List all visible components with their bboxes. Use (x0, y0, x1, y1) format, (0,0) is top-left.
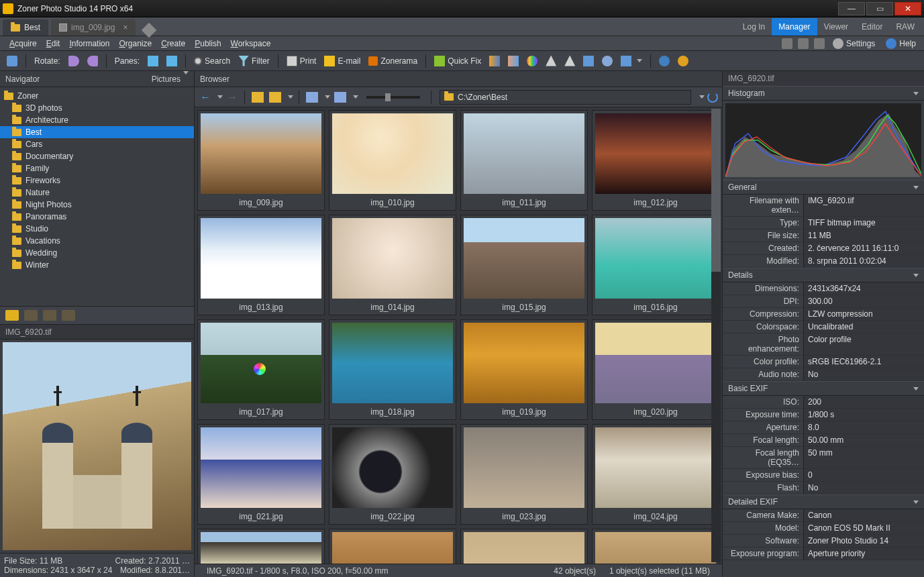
pane2-button[interactable] (164, 54, 180, 68)
nav-forward-button[interactable]: → (225, 91, 239, 103)
menu-information[interactable]: Information (65, 38, 113, 50)
preview-pane[interactable] (0, 339, 194, 553)
thumbnail[interactable]: img_021.jpg (197, 424, 325, 525)
section-header-details[interactable]: Details (723, 268, 924, 282)
tree-item[interactable]: 3D photos (0, 102, 194, 114)
navigator-mode-dropdown[interactable]: Pictures (152, 74, 189, 84)
web-icon[interactable] (814, 38, 825, 49)
thumbnail[interactable]: img_024.jpg (592, 424, 719, 525)
thumbnail-grid[interactable]: img_009.jpgimg_010.jpgimg_011.jpgimg_012… (195, 107, 722, 564)
tree-item[interactable]: Panoramas (0, 211, 194, 223)
maximize-button[interactable]: ▭ (866, 2, 893, 15)
quickfix-button[interactable]: Quick Fix (431, 54, 484, 68)
menu-publish[interactable]: Publish (191, 38, 225, 50)
refresh-icon[interactable] (707, 92, 718, 103)
menu-edit[interactable]: Edit (42, 38, 64, 50)
thumbnail[interactable]: img_010.jpg (329, 110, 456, 211)
mode-manager[interactable]: Manager (772, 18, 817, 36)
help-button[interactable]: Help (883, 37, 919, 50)
tree-item[interactable]: Studio (0, 223, 194, 235)
rotate-ccw-button[interactable] (66, 54, 82, 68)
close-button[interactable]: ✕ (894, 2, 921, 15)
tree-item[interactable]: Nature (0, 187, 194, 199)
mode-editor[interactable]: Editor (855, 18, 889, 36)
tree-item[interactable]: Wedding (0, 247, 194, 259)
edit-tab-icon[interactable] (142, 23, 157, 38)
calendar-icon[interactable] (798, 38, 809, 49)
thumbnail[interactable]: img_014.jpg (329, 215, 456, 315)
navtool-favorites-icon[interactable] (24, 310, 38, 321)
mode-viewer[interactable]: Viewer (817, 18, 855, 36)
thumb-size-slider[interactable] (366, 96, 420, 99)
settings-button[interactable]: Settings (830, 37, 878, 50)
thumbnail[interactable]: img_020.jpg (592, 319, 719, 420)
tab-image[interactable]: img_009.jpg × (51, 19, 136, 36)
publish-button[interactable] (675, 54, 691, 68)
menu-organize[interactable]: Organize (115, 38, 156, 50)
thumbnail[interactable]: img_023.jpg (460, 424, 588, 525)
search-button[interactable]: Search (191, 55, 233, 67)
section-header-detailed_exif[interactable]: Detailed EXIF (723, 494, 924, 509)
scrollbar[interactable] (711, 109, 721, 562)
tree-item-root[interactable]: Zoner (0, 90, 194, 102)
section-header-basic_exif[interactable]: Basic EXIF (723, 381, 924, 396)
thumbnail[interactable] (460, 529, 588, 564)
batch-button[interactable] (618, 54, 645, 68)
up-folder-button[interactable] (252, 92, 264, 103)
menu-acquire[interactable]: Acquire (5, 38, 41, 50)
thumbnail[interactable]: img_013.jpg (197, 215, 325, 315)
tree-item[interactable]: Cars (0, 138, 194, 150)
tree-item[interactable]: Architecture (0, 114, 194, 126)
tree-item[interactable]: Best (0, 126, 194, 138)
thumbnail[interactable]: img_022.jpg (329, 424, 456, 525)
pane1-button[interactable] (145, 54, 161, 68)
login-link[interactable]: Log In (736, 18, 772, 36)
sharpen-button[interactable] (543, 54, 559, 68)
editimg-button[interactable] (580, 54, 597, 68)
tree-item[interactable]: Night Photos (0, 199, 194, 211)
nav-back-button[interactable]: ← (199, 91, 212, 103)
zonerama-button[interactable]: Zonerama (366, 55, 420, 67)
tree-item[interactable]: Fireworks (0, 174, 194, 187)
navtool-compare-icon[interactable] (62, 310, 75, 321)
resize-button[interactable] (599, 54, 615, 68)
tab-close-icon[interactable]: × (123, 23, 127, 32)
tree-item[interactable]: Vacations (0, 235, 194, 247)
view-grid-button[interactable] (334, 92, 346, 103)
navtool-folders-icon[interactable] (5, 310, 19, 321)
thumbnail[interactable]: img_012.jpg (592, 110, 719, 211)
thumbnail[interactable]: img_017.jpg (197, 319, 325, 420)
section-header-general[interactable]: General (723, 180, 924, 195)
thumbnail[interactable] (592, 529, 719, 564)
sort-button[interactable] (306, 92, 318, 103)
sharpen2-button[interactable] (562, 54, 578, 68)
thumbnail[interactable]: img_011.jpg (460, 110, 588, 211)
thumbnail[interactable] (197, 529, 325, 564)
histogram-header[interactable]: Histogram (723, 86, 924, 101)
thumbnail[interactable]: img_019.jpg (460, 319, 588, 420)
menu-workspace[interactable]: Workspace (227, 38, 275, 50)
thumbnail[interactable]: img_015.jpg (460, 215, 588, 315)
acquire-button[interactable] (4, 54, 20, 68)
levels2-button[interactable] (505, 54, 521, 68)
path-input[interactable]: C:\Zoner\Best (440, 90, 691, 105)
filter-button[interactable]: Filter (236, 54, 272, 68)
rotate-cw-button[interactable] (85, 54, 101, 68)
menu-create[interactable]: Create (157, 38, 189, 50)
mode-raw[interactable]: RAW (889, 18, 921, 36)
thumbnail[interactable]: img_018.jpg (329, 319, 456, 420)
notif-icon[interactable] (782, 38, 792, 49)
tab-best[interactable]: Best (3, 19, 48, 36)
email-button[interactable]: E-mail (321, 54, 363, 68)
levels-button[interactable] (486, 54, 503, 68)
tree-item[interactable]: Winter (0, 259, 194, 271)
path-dropdown[interactable] (699, 95, 705, 99)
navtool-camera-icon[interactable] (43, 310, 56, 321)
new-folder-button[interactable] (269, 92, 281, 103)
color-button[interactable] (524, 54, 540, 68)
tree-item[interactable]: Documentary (0, 150, 194, 162)
thumbnail[interactable] (329, 529, 456, 564)
folder-tree[interactable]: Zoner 3D photosArchitectureBestCarsDocum… (0, 87, 194, 306)
print-button[interactable]: Print (284, 54, 319, 68)
minimize-button[interactable]: — (838, 2, 865, 15)
